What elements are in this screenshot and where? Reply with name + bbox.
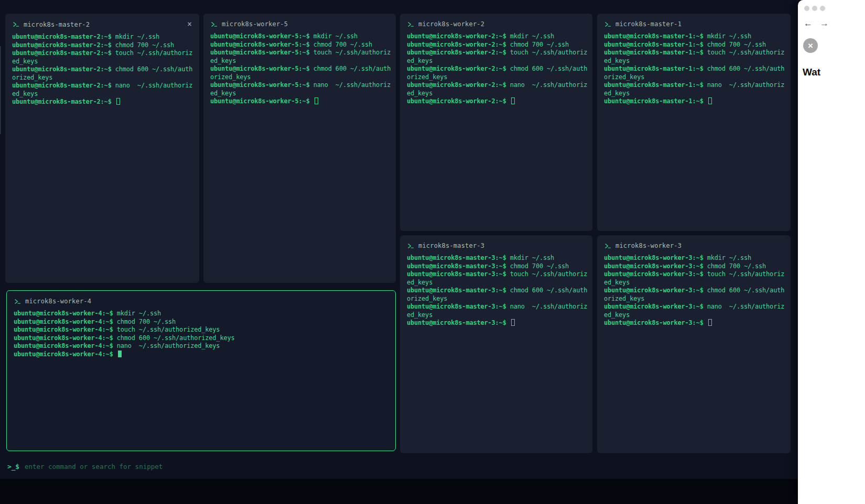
terminal-output: ubuntu@microk8s-master-1:~$ mkdir ~/.ssh… [597,31,791,107]
shell-command: ed_keys [407,90,433,97]
shell-prompt: ubuntu@microk8s-worker-2:~$ [407,65,510,72]
shell-prompt: ubuntu@microk8s-master-1:~$ [604,32,707,40]
terminal-output: ubuntu@microk8s-worker-5:~$ mkdir ~/.ssh… [203,31,396,107]
terminal-line: ubuntu@microk8s-master-1:~$ touch ~/.ssh… [604,49,784,57]
shell-command: touch ~/.ssh/authoriz [510,270,588,278]
shell-command: ed_keys [604,311,630,319]
shell-command: chmod 700 ~/.ssh [510,262,569,270]
shell-command: orized_keys [210,73,251,81]
terminal-pane-worker-2[interactable]: microk8s-worker-2 ubuntu@microk8s-worker… [400,14,592,231]
shell-command: ed_keys [12,90,38,97]
shell-prompt: ubuntu@microk8s-worker-2:~$ [407,81,510,89]
pane-header: microk8s-worker-4 [7,291,395,308]
terminal-line: ubuntu@microk8s-master-3:~$ mkdir ~/.ssh [407,254,586,262]
shell-command: mkdir ~/.ssh [510,32,554,40]
terminal-line: ubuntu@microk8s-worker-5:~$ chmod 600 ~/… [210,65,389,73]
close-icon: ✕ [808,42,814,50]
terminal-output: ubuntu@microk8s-worker-2:~$ mkdir ~/.ssh… [400,31,592,107]
shell-command: ed_keys [407,311,433,319]
shell-prompt: ubuntu@microk8s-worker-4:~$ [14,318,117,325]
terminal-line: ubuntu@microk8s-worker-3:~$ [604,319,784,327]
terminal-line: ubuntu@microk8s-worker-4:~$ mkdir ~/.ssh [14,310,388,318]
shell-prompt: ubuntu@microk8s-master-2:~$ [12,49,115,57]
window-control-dot[interactable] [820,6,825,11]
shell-prompt: ubuntu@microk8s-worker-5:~$ [210,32,313,40]
terminal-line: ed_keys [210,90,389,98]
terminal-line: ubuntu@microk8s-worker-5:~$ touch ~/.ssh… [210,49,389,57]
terminal-line: ubuntu@microk8s-worker-2:~$ touch ~/.ssh… [407,49,586,57]
shell-command: touch ~/.ssh/authoriz [707,49,785,56]
shell-prompt: ubuntu@microk8s-worker-4:~$ [14,310,117,317]
shell-prompt: ubuntu@microk8s-worker-3:~$ [604,319,707,326]
shell-prompt: ubuntu@microk8s-worker-3:~$ [604,270,707,278]
pane-title: microk8s-worker-3 [615,242,682,249]
terminal-line: ed_keys [407,57,586,65]
pane-header: microk8s-worker-2 [400,14,592,31]
terminal-line: orized_keys [210,73,389,82]
terminal-line: orized_keys [604,73,784,82]
shell-prompt: ubuntu@microk8s-master-2:~$ [12,82,115,89]
pane-header: microk8s-worker-3 [597,235,791,253]
terminal-line: ubuntu@microk8s-worker-5:~$ nano ~/.ssh/… [210,81,389,90]
shell-prompt: ubuntu@microk8s-worker-3:~$ [604,254,707,261]
shell-command: ed_keys [604,57,630,64]
terminal-cursor [118,350,122,357]
terminal-output: ubuntu@microk8s-master-3:~$ mkdir ~/.ssh… [400,253,592,329]
back-arrow-icon[interactable]: ← [804,18,813,29]
terminal-line: orized_keys [604,295,784,303]
terminal-cursor [708,319,712,326]
shell-command: mkdir ~/.ssh [510,254,554,261]
shell-command: touch ~/.ssh/authorized_keys [117,326,220,333]
shell-command: chmod 700 ~/.ssh [117,318,176,325]
terminal-cursor [116,98,120,105]
terminal-line: ed_keys [604,90,784,98]
shell-prompt: ubuntu@microk8s-master-2:~$ [12,98,115,105]
pane-title: microk8s-master-1 [615,20,682,28]
close-pane-icon[interactable]: × [187,20,192,28]
terminal-line: ubuntu@microk8s-master-3:~$ nano ~/.ssh/… [407,303,586,311]
shell-prompt: ubuntu@microk8s-master-3:~$ [407,303,510,310]
shell-command: touch ~/.ssh/authoriz [707,270,785,278]
terminal-line: ubuntu@microk8s-worker-4:~$ chmod 600 ~/… [14,334,388,343]
shell-command: orized_keys [604,73,644,81]
shell-command: ed_keys [407,57,433,64]
terminal-line: ubuntu@microk8s-master-1:~$ chmod 600 ~/… [604,65,784,73]
shell-command: orized_keys [604,295,644,302]
command-input[interactable] [25,463,795,470]
window-control-dot[interactable] [804,6,809,11]
terminal-line: ubuntu@microk8s-worker-3:~$ chmod 700 ~/… [604,262,784,271]
pane-title: microk8s-master-3 [418,242,484,249]
terminal-line: ubuntu@microk8s-master-2:~$ mkdir ~/.ssh [12,33,192,41]
shell-prompt: ubuntu@microk8s-master-1:~$ [604,97,707,105]
terminal-pane-worker-5[interactable]: microk8s-worker-5 ubuntu@microk8s-worker… [203,14,396,283]
terminal-line: ubuntu@microk8s-worker-2:~$ nano ~/.ssh/… [407,81,586,90]
terminal-line: ubuntu@microk8s-master-3:~$ [407,319,586,327]
shell-command: chmod 700 ~/.ssh [115,41,174,49]
terminal-pane-master-2[interactable]: microk8s-master-2 × ubuntu@microk8s-mast… [5,14,199,283]
terminal-pane-worker-3[interactable]: microk8s-worker-3 ubuntu@microk8s-worker… [597,235,791,453]
terminal-pane-master-3[interactable]: microk8s-master-3 ubuntu@microk8s-master… [400,235,592,453]
terminal-line: ubuntu@microk8s-worker-2:~$ chmod 600 ~/… [407,65,586,73]
shell-command: ed_keys [210,57,236,64]
shell-command: chmod 700 ~/.ssh [313,41,372,48]
terminal-line: ed_keys [604,311,784,320]
shell-command: chmod 600 ~/.ssh/auth [115,65,193,73]
host-terminal-icon [407,21,414,28]
terminal-line: ubuntu@microk8s-worker-3:~$ chmod 600 ~/… [604,287,784,295]
forward-arrow-icon[interactable]: → [820,18,829,29]
terminal-line: ubuntu@microk8s-master-2:~$ chmod 700 ~/… [12,41,192,50]
shell-command: chmod 600 ~/.ssh/auth [707,287,785,294]
terminal-pane-worker-4[interactable]: microk8s-worker-4 ubuntu@microk8s-worker… [6,290,396,451]
terminal-line: orized_keys [12,74,192,82]
shell-command: touch ~/.ssh/authoriz [313,49,391,56]
window-control-dot[interactable] [812,6,817,11]
host-terminal-icon [604,243,611,249]
close-overlay-button[interactable]: ✕ [803,38,818,53]
shell-command: orized_keys [12,74,52,81]
shell-prompt: ubuntu@microk8s-master-1:~$ [604,81,707,89]
terminal-line: ubuntu@microk8s-worker-5:~$ [210,97,389,106]
terminal-line: ubuntu@microk8s-master-1:~$ nano ~/.ssh/… [604,81,784,90]
terminal-pane-master-1[interactable]: microk8s-master-1 ubuntu@microk8s-master… [597,14,791,231]
terminal-line: ed_keys [407,279,586,287]
overlay-window: ← → ✕ Wat [798,0,865,504]
